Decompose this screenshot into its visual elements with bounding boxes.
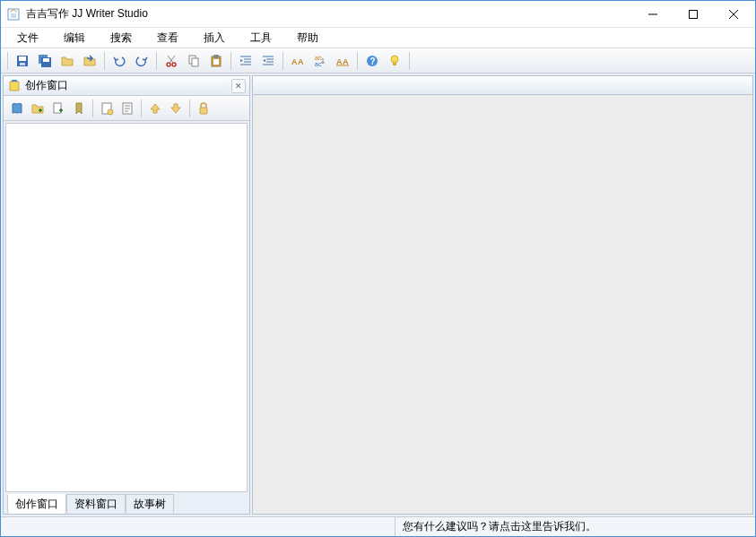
creation-panel: 创作窗口 ✕ 创作窗口 bbox=[3, 75, 250, 515]
menu-search[interactable]: 搜索 bbox=[98, 29, 144, 48]
tab-resources[interactable]: 资料窗口 bbox=[66, 494, 126, 514]
menu-tools[interactable]: 工具 bbox=[238, 29, 284, 48]
svg-text:ab: ab bbox=[315, 55, 322, 61]
svg-rect-19 bbox=[213, 55, 219, 58]
menu-insert[interactable]: 插入 bbox=[191, 29, 238, 48]
tips-button[interactable] bbox=[384, 50, 405, 72]
window-title: 吉吉写作 JJ Writer Studio bbox=[26, 6, 632, 22]
cut-button[interactable] bbox=[161, 50, 182, 72]
move-up-button[interactable] bbox=[145, 99, 165, 118]
notes-button[interactable] bbox=[117, 99, 137, 118]
close-button[interactable] bbox=[713, 2, 753, 27]
svg-rect-11 bbox=[43, 58, 49, 62]
svg-point-42 bbox=[108, 109, 113, 115]
svg-rect-1 bbox=[11, 13, 16, 18]
app-icon bbox=[6, 7, 21, 22]
editor-area bbox=[252, 75, 753, 515]
help-button[interactable]: ? bbox=[361, 50, 383, 72]
save-button[interactable] bbox=[12, 50, 33, 72]
open-button[interactable] bbox=[56, 50, 78, 72]
svg-rect-7 bbox=[19, 56, 26, 61]
menubar: 文件 编辑 搜索 查看 插入 工具 帮助 bbox=[1, 28, 755, 48]
bookmark-button[interactable] bbox=[69, 99, 89, 118]
svg-rect-39 bbox=[393, 63, 396, 65]
find-next-button[interactable]: AA bbox=[332, 50, 353, 72]
minimize-button[interactable] bbox=[632, 2, 673, 27]
menu-help[interactable]: 帮助 bbox=[284, 29, 331, 48]
svg-point-13 bbox=[172, 63, 176, 66]
maximize-button[interactable] bbox=[673, 2, 713, 27]
main-toolbar: AA abac AA ? bbox=[1, 48, 755, 74]
panel-tabs: 创作窗口 资料窗口 故事树 bbox=[4, 494, 249, 514]
svg-rect-47 bbox=[200, 108, 207, 114]
status-suggestion-link[interactable]: 您有什么建议吗？请点击这里告诉我们。 bbox=[395, 517, 604, 536]
find-button[interactable]: AA bbox=[287, 50, 308, 72]
copy-button[interactable] bbox=[183, 50, 204, 72]
app-window: 吉吉写作 JJ Writer Studio 文件 编辑 搜索 查看 插入 工具 … bbox=[0, 0, 756, 537]
statusbar: 您有什么建议吗？请点击这里告诉我们。 bbox=[1, 516, 755, 536]
replace-button[interactable]: abac bbox=[309, 50, 331, 72]
svg-rect-3 bbox=[689, 10, 697, 18]
outdent-button[interactable] bbox=[257, 50, 279, 72]
menu-edit[interactable]: 编辑 bbox=[51, 29, 98, 48]
save-all-button[interactable] bbox=[34, 50, 56, 72]
panel-title: 创作窗口 bbox=[25, 78, 231, 93]
status-left bbox=[1, 517, 395, 536]
redo-button[interactable] bbox=[131, 50, 152, 72]
svg-rect-8 bbox=[20, 63, 25, 65]
panel-header: 创作窗口 ✕ bbox=[4, 76, 249, 96]
svg-rect-20 bbox=[213, 59, 219, 65]
new-doc-button[interactable] bbox=[48, 99, 68, 118]
new-folder-button[interactable] bbox=[28, 99, 48, 118]
menu-file[interactable]: 文件 bbox=[4, 29, 51, 48]
svg-point-38 bbox=[391, 56, 398, 63]
panel-tree[interactable] bbox=[5, 123, 248, 492]
svg-text:A: A bbox=[298, 57, 304, 66]
undo-button[interactable] bbox=[109, 50, 130, 72]
indent-button[interactable] bbox=[235, 50, 256, 72]
lock-button[interactable] bbox=[194, 99, 213, 118]
svg-text:A: A bbox=[291, 57, 298, 66]
book-button[interactable] bbox=[7, 99, 27, 118]
panel-close-button[interactable]: ✕ bbox=[231, 79, 246, 93]
editor-tab-strip[interactable] bbox=[252, 75, 753, 95]
panel-icon bbox=[7, 79, 22, 93]
tab-creation[interactable]: 创作窗口 bbox=[7, 494, 66, 514]
svg-rect-40 bbox=[54, 103, 61, 113]
editor-content[interactable] bbox=[252, 95, 753, 515]
work-area: 创作窗口 ✕ 创作窗口 bbox=[1, 74, 755, 516]
svg-rect-17 bbox=[192, 58, 198, 66]
svg-point-12 bbox=[167, 63, 170, 66]
tab-storytree[interactable]: 故事树 bbox=[126, 494, 174, 514]
svg-text:?: ? bbox=[370, 56, 376, 66]
menu-view[interactable]: 查看 bbox=[144, 29, 191, 48]
svg-text:ac: ac bbox=[315, 61, 322, 67]
export-button[interactable] bbox=[79, 50, 100, 72]
paste-button[interactable] bbox=[205, 50, 227, 72]
titlebar: 吉吉写作 JJ Writer Studio bbox=[1, 1, 755, 28]
move-down-button[interactable] bbox=[166, 99, 186, 118]
panel-toolbar bbox=[4, 96, 249, 121]
properties-button[interactable] bbox=[97, 99, 117, 118]
